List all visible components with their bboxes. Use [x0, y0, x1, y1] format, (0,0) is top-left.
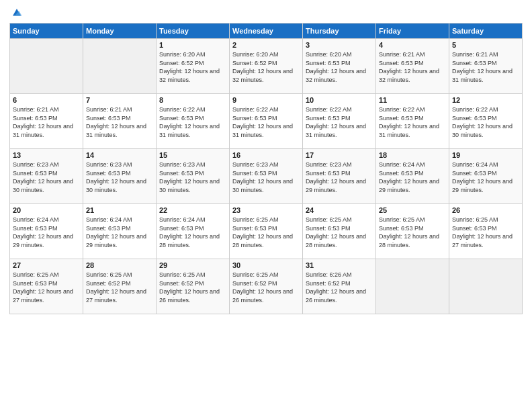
calendar-cell: 23Sunrise: 6:25 AMSunset: 6:53 PMDayligh… [230, 204, 303, 259]
day-number: 20 [13, 206, 80, 214]
calendar-cell: 3Sunrise: 6:20 AMSunset: 6:53 PMDaylight… [303, 39, 376, 94]
calendar-cell [10, 39, 83, 94]
calendar-cell: 22Sunrise: 6:24 AMSunset: 6:53 PMDayligh… [157, 204, 230, 259]
day-info: Sunrise: 6:24 AMSunset: 6:53 PMDaylight:… [379, 161, 446, 194]
week-row-4: 27Sunrise: 6:25 AMSunset: 6:53 PMDayligh… [10, 259, 523, 314]
calendar-cell: 25Sunrise: 6:25 AMSunset: 6:53 PMDayligh… [376, 204, 449, 259]
day-info: Sunrise: 6:26 AMSunset: 6:52 PMDaylight:… [306, 271, 373, 304]
calendar-cell: 14Sunrise: 6:23 AMSunset: 6:53 PMDayligh… [83, 149, 157, 204]
day-info: Sunrise: 6:24 AMSunset: 6:53 PMDaylight:… [13, 216, 80, 249]
calendar-cell: 16Sunrise: 6:23 AMSunset: 6:53 PMDayligh… [230, 149, 303, 204]
calendar-cell: 12Sunrise: 6:22 AMSunset: 6:53 PMDayligh… [449, 94, 523, 149]
day-info: Sunrise: 6:25 AMSunset: 6:52 PMDaylight:… [159, 271, 226, 304]
day-info: Sunrise: 6:23 AMSunset: 6:53 PMDaylight:… [159, 161, 226, 194]
calendar-header: SundayMondayTuesdayWednesdayThursdayFrid… [10, 24, 523, 39]
day-number: 30 [232, 261, 300, 269]
day-info: Sunrise: 6:22 AMSunset: 6:53 PMDaylight:… [232, 105, 300, 139]
calendar-cell: 30Sunrise: 6:25 AMSunset: 6:52 PMDayligh… [230, 259, 303, 314]
day-info: Sunrise: 6:25 AMSunset: 6:53 PMDaylight:… [452, 216, 519, 249]
day-number: 13 [13, 151, 80, 159]
calendar-cell [376, 259, 449, 314]
day-number: 8 [159, 96, 226, 104]
calendar-cell: 26Sunrise: 6:25 AMSunset: 6:53 PMDayligh… [449, 204, 523, 259]
day-info: Sunrise: 6:24 AMSunset: 6:53 PMDaylight:… [452, 161, 519, 194]
day-info: Sunrise: 6:21 AMSunset: 6:53 PMDaylight:… [13, 105, 80, 139]
day-number: 7 [86, 96, 153, 104]
day-number: 15 [159, 151, 226, 159]
day-number: 27 [13, 261, 80, 269]
calendar-cell: 28Sunrise: 6:25 AMSunset: 6:52 PMDayligh… [83, 259, 157, 314]
calendar-cell: 5Sunrise: 6:21 AMSunset: 6:53 PMDaylight… [449, 39, 523, 94]
day-info: Sunrise: 6:25 AMSunset: 6:53 PMDaylight:… [13, 271, 80, 304]
week-row-3: 20Sunrise: 6:24 AMSunset: 6:53 PMDayligh… [10, 204, 523, 259]
day-info: Sunrise: 6:25 AMSunset: 6:52 PMDaylight:… [232, 271, 300, 304]
day-info: Sunrise: 6:24 AMSunset: 6:53 PMDaylight:… [86, 216, 153, 249]
calendar-cell: 6Sunrise: 6:21 AMSunset: 6:53 PMDaylight… [10, 94, 83, 149]
day-number: 12 [452, 96, 519, 104]
weekday-header-thursday: Thursday [303, 24, 376, 39]
day-info: Sunrise: 6:20 AMSunset: 6:52 PMDaylight:… [159, 50, 226, 84]
calendar-body: 1Sunrise: 6:20 AMSunset: 6:52 PMDaylight… [10, 39, 523, 314]
day-info: Sunrise: 6:21 AMSunset: 6:53 PMDaylight:… [379, 50, 446, 84]
day-number: 31 [306, 261, 373, 269]
day-info: Sunrise: 6:21 AMSunset: 6:53 PMDaylight:… [452, 50, 519, 84]
calendar-cell: 18Sunrise: 6:24 AMSunset: 6:53 PMDayligh… [376, 149, 449, 204]
calendar-cell: 11Sunrise: 6:22 AMSunset: 6:53 PMDayligh… [376, 94, 449, 149]
day-number: 29 [159, 261, 226, 269]
calendar-cell: 2Sunrise: 6:20 AMSunset: 6:52 PMDaylight… [230, 39, 303, 94]
weekday-row: SundayMondayTuesdayWednesdayThursdayFrid… [10, 24, 523, 39]
day-number: 9 [232, 96, 300, 104]
day-number: 21 [86, 206, 153, 214]
calendar-cell: 1Sunrise: 6:20 AMSunset: 6:52 PMDaylight… [157, 39, 230, 94]
day-number: 11 [379, 96, 446, 104]
day-number: 3 [306, 41, 373, 49]
day-number: 17 [306, 151, 373, 159]
day-number: 2 [232, 41, 300, 49]
calendar-cell: 15Sunrise: 6:23 AMSunset: 6:53 PMDayligh… [157, 149, 230, 204]
weekday-header-friday: Friday [376, 24, 449, 39]
day-info: Sunrise: 6:23 AMSunset: 6:53 PMDaylight:… [306, 161, 373, 194]
day-number: 10 [306, 96, 373, 104]
day-info: Sunrise: 6:20 AMSunset: 6:53 PMDaylight:… [306, 50, 373, 84]
weekday-header-saturday: Saturday [449, 24, 523, 39]
calendar: SundayMondayTuesdayWednesdayThursdayFrid… [9, 23, 523, 314]
day-number: 4 [379, 41, 446, 49]
header [9, 7, 523, 19]
day-info: Sunrise: 6:22 AMSunset: 6:53 PMDaylight:… [452, 105, 519, 139]
day-info: Sunrise: 6:23 AMSunset: 6:53 PMDaylight:… [232, 161, 300, 194]
calendar-cell: 29Sunrise: 6:25 AMSunset: 6:52 PMDayligh… [157, 259, 230, 314]
page: SundayMondayTuesdayWednesdayThursdayFrid… [0, 0, 532, 411]
day-info: Sunrise: 6:23 AMSunset: 6:53 PMDaylight:… [13, 161, 80, 194]
day-info: Sunrise: 6:20 AMSunset: 6:52 PMDaylight:… [232, 50, 300, 84]
calendar-cell: 7Sunrise: 6:21 AMSunset: 6:53 PMDaylight… [83, 94, 157, 149]
day-number: 23 [232, 206, 300, 214]
day-info: Sunrise: 6:24 AMSunset: 6:53 PMDaylight:… [159, 216, 226, 249]
calendar-cell: 8Sunrise: 6:22 AMSunset: 6:53 PMDaylight… [157, 94, 230, 149]
calendar-cell [449, 259, 523, 314]
calendar-cell: 13Sunrise: 6:23 AMSunset: 6:53 PMDayligh… [10, 149, 83, 204]
calendar-cell: 4Sunrise: 6:21 AMSunset: 6:53 PMDaylight… [376, 39, 449, 94]
day-info: Sunrise: 6:22 AMSunset: 6:53 PMDaylight:… [159, 105, 226, 139]
calendar-cell: 27Sunrise: 6:25 AMSunset: 6:53 PMDayligh… [10, 259, 83, 314]
day-number: 16 [232, 151, 300, 159]
calendar-cell: 20Sunrise: 6:24 AMSunset: 6:53 PMDayligh… [10, 204, 83, 259]
weekday-header-sunday: Sunday [10, 24, 83, 39]
day-number: 5 [452, 41, 519, 49]
week-row-0: 1Sunrise: 6:20 AMSunset: 6:52 PMDaylight… [10, 39, 523, 94]
weekday-header-wednesday: Wednesday [230, 24, 303, 39]
calendar-cell: 31Sunrise: 6:26 AMSunset: 6:52 PMDayligh… [303, 259, 376, 314]
day-info: Sunrise: 6:25 AMSunset: 6:52 PMDaylight:… [86, 271, 153, 304]
calendar-cell [83, 39, 157, 94]
calendar-cell: 10Sunrise: 6:22 AMSunset: 6:53 PMDayligh… [303, 94, 376, 149]
calendar-cell: 24Sunrise: 6:25 AMSunset: 6:53 PMDayligh… [303, 204, 376, 259]
day-number: 25 [379, 206, 446, 214]
day-number: 24 [306, 206, 373, 214]
logo-icon [11, 7, 23, 19]
weekday-header-monday: Monday [83, 24, 157, 39]
logo [9, 7, 24, 19]
week-row-2: 13Sunrise: 6:23 AMSunset: 6:53 PMDayligh… [10, 149, 523, 204]
day-info: Sunrise: 6:21 AMSunset: 6:53 PMDaylight:… [86, 105, 153, 139]
day-info: Sunrise: 6:22 AMSunset: 6:53 PMDaylight:… [306, 105, 373, 139]
day-number: 18 [379, 151, 446, 159]
day-number: 22 [159, 206, 226, 214]
